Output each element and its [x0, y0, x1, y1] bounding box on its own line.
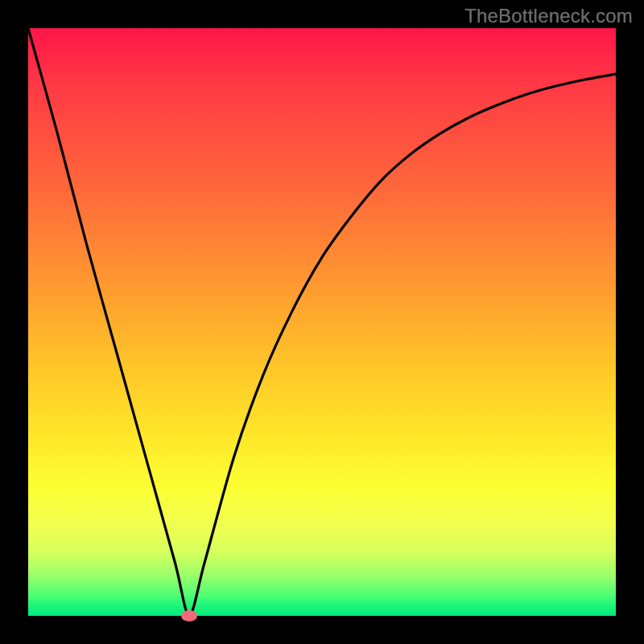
chart-frame: TheBottleneck.com: [0, 0, 644, 644]
plot-area: [28, 28, 616, 616]
attribution-label: TheBottleneck.com: [464, 5, 633, 27]
bottleneck-curve: [28, 28, 616, 616]
minimum-marker: [181, 610, 197, 621]
